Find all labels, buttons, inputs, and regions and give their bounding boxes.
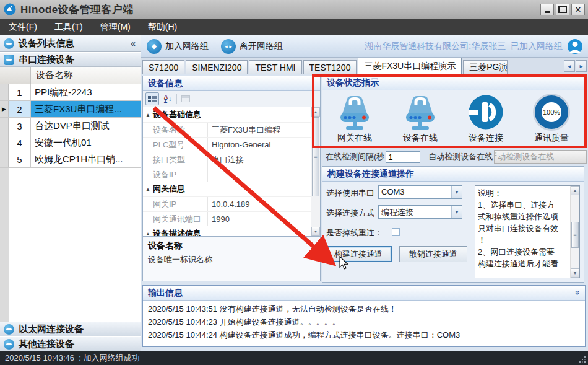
table-row[interactable]: 3 台达DVP串口测试	[0, 118, 141, 134]
connect-mode-combobox[interactable]: 编程连接	[378, 205, 462, 219]
device-info-header: 设备信息	[143, 76, 320, 91]
table-row[interactable]: 5 欧姆龙CP1H串口销...	[0, 151, 141, 168]
sidebar-collapse-icon[interactable]: «	[131, 38, 136, 48]
tab-scroll-left-icon[interactable]: ◂	[564, 60, 575, 72]
tab-content: 设备信息 AZ↓	[141, 74, 588, 351]
device-name-cell: 安徽一代机01	[31, 134, 141, 151]
serial-port-combobox[interactable]: COM3	[378, 185, 462, 199]
tab[interactable]: TEST HMI	[249, 60, 301, 74]
row-number: 4	[9, 134, 31, 151]
tab[interactable]: S71200	[142, 60, 184, 74]
categorized-view-icon[interactable]	[145, 92, 159, 105]
serial-port-label: 选择使用串口	[326, 188, 374, 199]
row-selector-header	[0, 67, 31, 84]
manual-detect-button[interactable]: 手动检测设备在线	[494, 150, 587, 164]
table-header-row: 设备名称	[0, 67, 141, 84]
property-group-header[interactable]: 网关信息	[143, 182, 311, 196]
build-channel-button[interactable]: 构建连接通道	[325, 246, 392, 262]
property-row[interactable]: PLC型号 Hignton-General	[143, 137, 311, 152]
row-marker-icon: ▶	[0, 101, 9, 117]
tab[interactable]: 三菱PG演	[463, 60, 508, 74]
menu-item[interactable]: 帮助(H)	[139, 19, 186, 35]
device-list-icon	[4, 38, 14, 49]
collapse-chevron-icon[interactable]: »	[573, 291, 582, 295]
join-network-icon	[147, 39, 162, 54]
device-name-cell: 台达DVP串口测试	[31, 118, 141, 134]
property-row[interactable]: 接口类型 串口连接	[143, 152, 311, 167]
section-other-devices[interactable]: 其他连接设备	[0, 336, 141, 351]
leave-network-icon	[221, 39, 236, 54]
tab[interactable]: TEST1200	[303, 60, 357, 74]
menu-item[interactable]: 文件(F)	[0, 19, 46, 35]
section-serial-devices[interactable]: 串口连接设备	[0, 52, 141, 67]
scrollbar-thumb[interactable]	[312, 117, 319, 196]
expander-icon	[143, 112, 153, 118]
menu-item[interactable]: 工具(T)	[46, 19, 92, 35]
output-log-area[interactable]: 2020/5/15 10:43:51 没有构建连接通道，无法自动检测设备是否在线…	[143, 301, 585, 346]
serial-port-value: COM3	[379, 186, 451, 198]
property-pages-icon	[179, 92, 192, 105]
tab-label: SIMENZI200	[192, 63, 241, 73]
section-ethernet-devices[interactable]: 以太网连接设备	[0, 322, 141, 336]
join-network-button[interactable]: 加入网络组	[144, 37, 215, 56]
scroll-down-icon[interactable]: ▼	[311, 227, 320, 236]
device-info-panel: 设备信息 AZ↓	[142, 76, 321, 281]
row-marker-icon	[0, 84, 9, 100]
property-value: 1990	[208, 212, 311, 226]
resize-grip[interactable]	[579, 356, 586, 363]
toolbar-separator	[176, 94, 177, 104]
property-grid-scrollbar[interactable]: ▲ ▼	[311, 107, 320, 236]
tab-scroll-right-icon[interactable]: ▸	[576, 60, 587, 72]
device-table: 设备名称 1 PPI编程-2243 ▶ 2 三菱FX3U串口编程...	[0, 67, 141, 322]
note-scrollbar[interactable]: ▲ ▼	[570, 186, 579, 278]
app-logo-icon	[4, 3, 16, 15]
property-row[interactable]: 网关IP 10.0.4.189	[143, 196, 311, 211]
description-text: 设备唯一标识名称	[148, 254, 315, 265]
device-online-icon	[400, 93, 440, 131]
property-group-header[interactable]: 设备基础信息	[143, 107, 311, 122]
scrollbar-thumb[interactable]	[571, 222, 579, 248]
minimize-button[interactable]	[540, 4, 554, 15]
table-row[interactable]: ▶ 2 三菱FX3U串口编程...	[0, 101, 141, 118]
table-row[interactable]: 1 PPI编程-2243	[0, 84, 141, 101]
detect-interval-input[interactable]	[386, 151, 420, 163]
log-line: 2020/5/15 10:43:51 没有构建连接通道，无法自动检测设备是否在线…	[148, 302, 580, 315]
close-button[interactable]	[571, 4, 585, 15]
property-group-header[interactable]: 设备描述信息	[143, 226, 311, 236]
expander-icon	[143, 231, 153, 237]
destroy-channel-button[interactable]: 散销连接通道	[399, 246, 467, 262]
reconnect-label: 是否掉线重连：	[326, 227, 383, 239]
reconnect-checkbox[interactable]	[392, 228, 400, 236]
status-indicator: 设备在线	[389, 93, 451, 144]
serial-device-icon	[4, 55, 14, 65]
property-row[interactable]: 设备名称 三菱FX3U串口编程	[143, 122, 311, 137]
property-row[interactable]: 网关通讯端口 1990	[143, 211, 311, 226]
menu-item[interactable]: 管理(M)	[92, 19, 139, 35]
property-label: 接口类型	[143, 152, 208, 167]
channel-operation-panel: 构建设备连接通道操作 选择使用串口 COM3 选择连接方式 编程连接 是否掉线重…	[322, 166, 584, 283]
dropdown-arrow-icon[interactable]	[451, 186, 462, 198]
property-value: 串口连接	[208, 152, 311, 167]
property-row[interactable]: 设备IP	[143, 167, 311, 182]
status-bar-text: 2020/5/15 10:43:46 : 加入网络组成功	[5, 353, 140, 364]
property-grid-toolbar: AZ↓	[143, 91, 320, 107]
tab[interactable]: SIMENZI200	[186, 60, 248, 74]
column-header-device-name[interactable]: 设备名称	[31, 67, 141, 84]
note-line: 2、网口连接设备需要	[478, 246, 568, 258]
dropdown-arrow-icon[interactable]	[451, 206, 462, 218]
note-line: 只对串口连接设备有效	[478, 222, 568, 234]
maximize-button[interactable]	[556, 4, 569, 15]
scroll-up-icon[interactable]: ▲	[311, 107, 320, 117]
table-row[interactable]: 4 安徽一代机01	[0, 134, 141, 151]
alphabetical-sort-icon[interactable]: AZ↓	[161, 92, 175, 105]
user-avatar-icon[interactable]	[567, 38, 583, 55]
leave-network-button[interactable]: 离开网络组	[218, 37, 290, 56]
gateway-online-icon	[335, 93, 374, 131]
scroll-up-icon[interactable]: ▲	[571, 186, 579, 195]
tab[interactable]: 三菱FX3U串口编程演示	[358, 58, 462, 74]
tab-label: 三菱PG演	[469, 62, 508, 73]
scroll-down-icon[interactable]: ▼	[571, 268, 579, 278]
note-line: ！	[478, 234, 568, 246]
property-value	[208, 167, 311, 182]
tab-label: TEST HMI	[255, 63, 295, 73]
